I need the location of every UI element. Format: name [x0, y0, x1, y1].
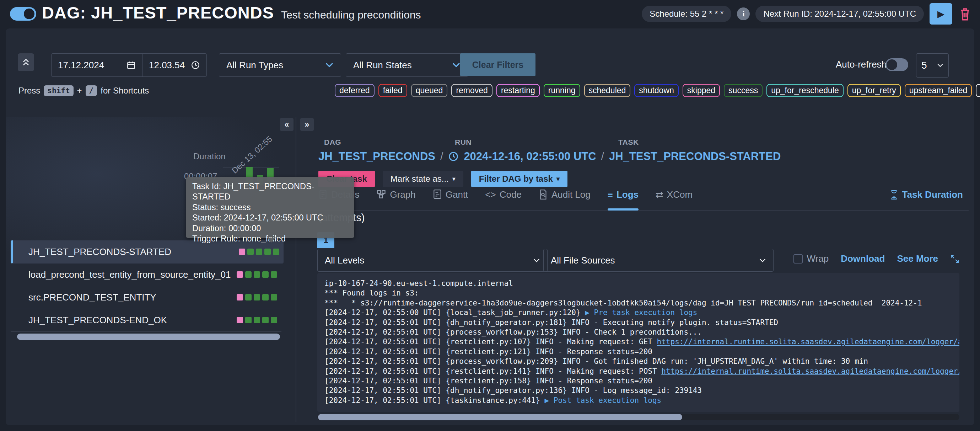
task-instance-square[interactable]	[254, 317, 260, 323]
state-badge-queued[interactable]: queued	[411, 84, 448, 97]
grid-horizontal-scrollbar[interactable]	[17, 334, 280, 340]
header-actions: Schedule: 55 2 * * * i Next Run ID: 2024…	[642, 3, 972, 25]
task-instance-square[interactable]	[245, 294, 251, 300]
state-badge-success[interactable]: success	[724, 84, 762, 97]
tab-graph[interactable]: Graph	[376, 188, 415, 211]
state-badge-no-status[interactable]: no_status	[976, 84, 980, 97]
badge-label: skipped	[687, 86, 715, 95]
task-instance-square[interactable]	[254, 294, 260, 300]
grid-page-left-button[interactable]: «	[280, 118, 293, 131]
task-instance-squares	[237, 294, 277, 300]
breadcrumb-dag-link[interactable]: JH_TEST_PRECONDS	[318, 150, 435, 163]
breadcrumb-run-link[interactable]: 2024-12-16, 02:55:00 UTC	[464, 150, 596, 163]
task-name: JH_TEST_PRECONDS-END_OK	[11, 315, 167, 326]
task-instance-square[interactable]	[262, 294, 269, 300]
filter-dag-button[interactable]: Filter DAG by task▾	[471, 171, 568, 187]
task-instance-square[interactable]	[264, 249, 271, 255]
time-input[interactable]: 12.03.54	[143, 54, 207, 77]
log-line: ip-10-167-24-90.eu-west-1.compute.intern…	[325, 279, 959, 288]
log-output[interactable]: ip-10-167-24-90.eu-west-1.compute.intern…	[317, 273, 959, 412]
auto-refresh-toggle[interactable]	[886, 58, 908, 71]
run-types-select[interactable]: All Run Types	[219, 53, 341, 77]
tooltip-task-id: Task Id: JH_TEST_PRECONDS-STARTED	[192, 181, 348, 202]
info-icon[interactable]: i	[737, 8, 750, 20]
tab-gantt[interactable]: Gantt	[433, 188, 468, 211]
task-instance-square[interactable]	[273, 249, 279, 255]
date-input[interactable]: 17.12.2024	[51, 54, 143, 77]
wrap-checkbox[interactable]	[794, 254, 803, 263]
log-line: *** * s3://runtime-daggerservice-1ha3do9…	[325, 299, 959, 308]
breadcrumb-task-link[interactable]: JH_TEST_PRECONDS-STARTED	[609, 150, 781, 163]
see-more-link[interactable]: See More	[897, 253, 938, 264]
log-url-link[interactable]: https://internal.runtime.solita.saasdev.…	[661, 367, 959, 375]
auto-refresh-toggle-knob	[886, 59, 897, 70]
tab-audit-log[interactable]: Audit Log	[539, 188, 590, 211]
task-instance-square[interactable]	[262, 317, 269, 323]
badge-label: deferred	[339, 86, 370, 95]
state-badge-up-for-reschedule[interactable]: up_for_reschedule	[767, 84, 843, 97]
pane-divider[interactable]	[296, 117, 296, 422]
state-badges: deferred failed queued removed restartin…	[335, 84, 980, 97]
datetime-filter: 17.12.2024 12.03.54	[51, 53, 207, 77]
tab-code[interactable]: <> Code	[485, 188, 522, 211]
task-instance-square[interactable]	[247, 249, 254, 255]
state-badge-deferred[interactable]: deferred	[335, 84, 374, 97]
badge-label: failed	[383, 86, 402, 95]
tab-label: Audit Log	[552, 189, 590, 200]
state-badge-upstream-failed[interactable]: upstream_failed	[905, 84, 972, 97]
task-instance-square[interactable]	[254, 271, 260, 278]
refresh-interval-select[interactable]: 5	[916, 53, 949, 78]
log-text: [2024-12-17, 02:55:01 UTC] {process_work…	[325, 357, 868, 366]
run-types-value: All Run Types	[226, 60, 283, 71]
task-row[interactable]: src.PRECOND_TEST_ENTITY	[11, 286, 282, 309]
state-badge-scheduled[interactable]: scheduled	[584, 84, 631, 97]
log-source-select[interactable]: All File Sources	[543, 249, 773, 272]
task-instance-square[interactable]	[237, 294, 243, 300]
tab-logs[interactable]: ≡ Logs	[608, 188, 638, 211]
state-badge-running[interactable]: running	[544, 84, 580, 97]
run-states-select[interactable]: All Run States	[346, 53, 468, 77]
state-badge-up-for-retry[interactable]: up_for_retry	[848, 84, 901, 97]
mark-state-button[interactable]: Mark state as...▾	[383, 171, 463, 187]
task-instance-square[interactable]	[256, 249, 262, 255]
log-line: [2024-12-17, 02:55:00 UTC] {local_task_j…	[325, 308, 959, 318]
task-instance-square[interactable]	[271, 271, 277, 278]
hint-press: Press	[19, 86, 40, 96]
breadcrumb-separator: /	[601, 150, 604, 163]
dag-pause-toggle[interactable]	[10, 7, 36, 21]
task-instance-square[interactable]	[245, 317, 251, 323]
log-url-link[interactable]: https://internal.runtime.solita.saasdev.…	[657, 337, 959, 346]
task-instance-square[interactable]	[262, 271, 269, 278]
task-instance-square[interactable]	[239, 249, 245, 255]
log-level-select[interactable]: All Levels	[317, 249, 547, 272]
download-link[interactable]: Download	[841, 253, 885, 264]
delete-dag-button[interactable]	[958, 5, 972, 23]
tab-task-duration[interactable]: Task Duration	[890, 189, 963, 200]
log-horizontal-scrollbar-thumb[interactable]	[318, 414, 682, 420]
trigger-dag-button[interactable]: ▶	[929, 3, 952, 24]
task-instance-square[interactable]	[237, 271, 243, 278]
fullscreen-button[interactable]	[950, 254, 959, 263]
task-row[interactable]: JH_TEST_PRECONDS-END_OK	[11, 309, 282, 332]
task-instance-square[interactable]	[271, 294, 277, 300]
collapse-filters-button[interactable]	[18, 53, 34, 71]
calendar-icon	[127, 61, 136, 70]
task-instance-square[interactable]	[237, 317, 243, 323]
log-group-marker[interactable]: ▶ Pre task execution logs	[585, 308, 697, 317]
tab-xcom[interactable]: ⇄ XCom	[655, 188, 692, 211]
state-badge-removed[interactable]: removed	[451, 84, 492, 97]
state-badge-failed[interactable]: failed	[379, 84, 407, 97]
state-badge-shutdown[interactable]: shutdown	[634, 84, 678, 97]
task-instance-square[interactable]	[245, 271, 251, 278]
task-instance-square[interactable]	[271, 317, 277, 323]
badge-label: scheduled	[589, 86, 626, 95]
task-instance-tooltip: Task Id: JH_TEST_PRECONDS-STARTED Status…	[186, 177, 354, 238]
state-badge-restarting[interactable]: restarting	[496, 84, 540, 97]
task-row[interactable]: load_precond_test_entity_from_source_ent…	[11, 263, 282, 286]
log-group-marker[interactable]: ▶ Post task execution logs	[545, 396, 662, 405]
state-badge-skipped[interactable]: skipped	[682, 84, 720, 97]
wrap-option[interactable]: Wrap	[794, 253, 829, 264]
grid-page-right-button[interactable]: »	[300, 118, 314, 131]
clear-filters-button[interactable]: Clear Filters	[460, 53, 536, 76]
date-value: 17.12.2024	[58, 60, 104, 71]
